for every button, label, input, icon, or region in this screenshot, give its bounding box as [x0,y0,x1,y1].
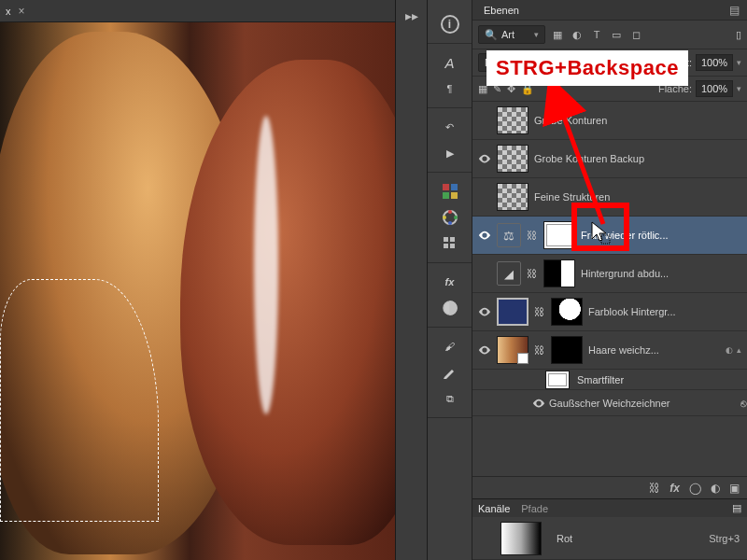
fill-input[interactable] [696,80,733,97]
opacity-scrubber-icon[interactable]: ▾ [737,58,741,67]
visibility-toggle[interactable] [472,305,497,318]
svg-rect-10 [444,244,448,248]
mask-link-icon[interactable]: ⛓ [534,344,547,356]
adjustments-panel-icon[interactable] [441,299,459,317]
canvas-image [0,22,395,560]
panel-menu-icon[interactable]: ▤ [732,502,741,514]
swatches-panel-icon[interactable] [441,182,459,201]
channel-row[interactable]: Rot Strg+3 [472,517,747,560]
filter-settings-icon[interactable]: ⎋ [740,398,747,409]
layers-tab[interactable]: Ebenen [478,5,525,16]
filter-pixel-icon[interactable]: ▦ [551,29,564,41]
effects-toggle-icon[interactable]: ◐ [726,345,733,355]
layer-name[interactable]: Hintergrund abdu... [581,268,741,279]
brushes-panel-icon[interactable]: 🖌 [441,337,459,356]
clone-source-panel-icon[interactable]: ⧉ [441,389,459,408]
svg-rect-0 [443,184,449,190]
document-tab[interactable]: x × [6,5,25,18]
layer-mask-thumbnail[interactable] [551,298,583,326]
add-mask-icon[interactable]: ◯ [689,482,701,495]
layer-filter-row: 🔍Art ▾ ▦ ◐ T ▭ ◻ ▯ [472,21,747,49]
history-panel-icon[interactable]: ↶ [441,118,459,136]
panel-dock-collapsed-narrow: ▸▸ [395,0,428,560]
actions-panel-icon[interactable]: ▶ [441,144,459,162]
smartfilter-label-row[interactable]: Smartfilter [472,370,747,390]
panel-dock-collapsed: i A ¶ ↶ ▶ fx 🖌 ⧉ [428,0,472,560]
canvas[interactable] [0,22,395,560]
filter-smart-icon[interactable]: ◻ [629,29,642,41]
svg-rect-1 [451,184,458,190]
visibility-toggle[interactable] [472,343,497,357]
paths-tab[interactable]: Pfade [521,503,548,514]
svg-rect-11 [450,237,455,242]
filter-toggle-switch[interactable]: ▯ [736,29,741,41]
smartfilter-item-row[interactable]: Gaußscher Weichzeichner ⎋ [472,390,747,416]
libraries-panel-icon[interactable] [441,234,459,253]
document-tab-bar: x × [0,0,395,22]
channel-shortcut: Strg+3 [709,533,740,544]
color-panel-icon[interactable] [441,208,459,227]
styles-panel-icon[interactable]: fx [441,273,459,291]
channel-thumbnail[interactable] [500,522,542,555]
close-tab-icon[interactable]: × [19,5,25,18]
expand-dock-icon[interactable]: ▸▸ [402,6,422,26]
svg-rect-9 [444,237,448,242]
channels-tab[interactable]: Kanäle [478,503,510,514]
filter-adjustment-icon[interactable]: ◐ [571,29,584,41]
annotation-callout: STRG+Backspace [486,50,688,86]
svg-rect-12 [450,244,455,248]
layer-row[interactable]: ⛓ Farblook Hintergr... [472,293,747,331]
visibility-toggle[interactable] [529,397,549,410]
layer-row[interactable]: ⛓ Haare weichz... ◐ ▴ [472,331,747,370]
layer-name[interactable]: Farblook Hintergr... [588,306,741,317]
filter-type-icon[interactable]: T [590,29,603,41]
svg-point-5 [448,210,452,214]
svg-point-6 [454,216,458,219]
filter-type-icons: ▦ ◐ T ▭ ◻ [551,29,642,41]
layer-row[interactable]: ◢ ⛓ Hintergrund abdu... [472,255,747,293]
character-panel-icon[interactable]: A [441,53,459,72]
layer-name[interactable]: Haare weichz... [588,344,722,356]
layers-panel: Ebenen ▤ 🔍Art ▾ ▦ ◐ T ▭ ◻ ▯ Normal▾ Deck… [472,0,747,560]
layer-fx-icon[interactable]: fx [669,482,680,495]
svg-point-7 [448,221,452,225]
adjustment-balance-icon[interactable]: ⚖ [497,223,521,247]
visibility-toggle[interactable] [472,152,497,165]
link-layers-icon[interactable]: ⛓ [649,482,660,495]
panel-menu-icon[interactable]: ▤ [729,4,741,17]
adjustment-levels-icon[interactable]: ◢ [497,261,521,286]
annotation-arrow [524,75,636,233]
panel-header: Ebenen ▤ [472,0,747,21]
collapse-icon[interactable]: ▴ [737,345,741,355]
mask-link-icon[interactable]: ⛓ [527,268,540,279]
layer-thumbnail[interactable] [497,298,529,326]
channels-list: Rot Strg+3 [472,517,747,560]
document-tab-title: x [6,6,11,17]
mask-link-icon[interactable]: ⛓ [534,306,547,317]
channels-panel-header: Kanäle Pfade ▤ [472,498,747,517]
svg-point-8 [443,216,446,219]
document-area: x × [0,0,395,560]
layer-mask-thumbnail[interactable] [551,336,583,364]
opacity-input[interactable] [696,54,733,71]
filter-shape-icon[interactable]: ▭ [610,29,623,41]
brush-settings-panel-icon[interactable] [441,363,459,382]
filter-search-icon: 🔍 [485,29,498,41]
visibility-toggle[interactable] [472,229,497,242]
layer-thumbnail[interactable] [497,336,529,364]
layers-footer: ⛓ fx ◯ ◐ ▣ [472,476,747,498]
paragraph-panel-icon[interactable]: ¶ [441,79,459,98]
svg-rect-3 [451,192,458,199]
svg-rect-2 [443,192,449,199]
layer-mask-thumbnail[interactable] [543,259,575,287]
new-group-icon[interactable]: ▣ [729,482,740,495]
svg-line-14 [552,84,603,224]
filter-kind-select[interactable]: 🔍Art ▾ [478,25,545,44]
new-adjustment-icon[interactable]: ◐ [711,482,720,495]
channel-name[interactable]: Rot [557,533,572,544]
info-panel-icon[interactable]: i [441,15,459,34]
fill-scrubber-icon[interactable]: ▾ [737,84,741,93]
